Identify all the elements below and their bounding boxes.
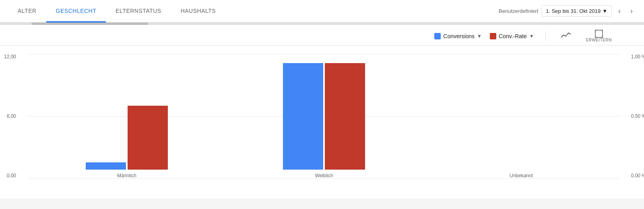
expand-button[interactable]: ERWEITERN bbox=[586, 30, 612, 42]
expand-label: ERWEITERN bbox=[586, 38, 612, 42]
next-date-arrow[interactable]: › bbox=[627, 5, 636, 17]
tab-geschlecht[interactable]: GESCHLECHT bbox=[46, 0, 106, 23]
date-range-dropdown[interactable]: 1. Sep bis 31. Okt 2019 ▼ bbox=[541, 5, 612, 17]
y-left-top: 12,00 bbox=[4, 54, 16, 59]
conversions-legend-label: Conversions bbox=[443, 33, 475, 39]
legend-conversions[interactable]: Conversions ▼ bbox=[434, 33, 482, 39]
bar-label-weiblich: Weiblich bbox=[315, 173, 333, 178]
chart-inner: 12,00 6,00 0,00 1,00 % 0,50 % 0,00 % bbox=[28, 54, 620, 178]
bars-area: Männlich Weiblich Unbekannt bbox=[28, 54, 620, 178]
grid-line-bottom bbox=[28, 178, 620, 179]
bar-maennlich-red bbox=[128, 106, 168, 170]
conv-rate-chevron-icon: ▼ bbox=[529, 33, 534, 39]
trend-line-toggle[interactable] bbox=[560, 31, 572, 41]
legend-conv-rate[interactable]: Conv.-Rate ▼ bbox=[490, 33, 534, 39]
y-left-bottom: 0,00 bbox=[7, 173, 16, 178]
chart-legend-bar: Conversions ▼ Conv.-Rate ▼ ERWEITERN bbox=[0, 25, 644, 46]
bar-weiblich-blue bbox=[283, 63, 323, 170]
bar-group-unbekannt: Unbekannt bbox=[480, 170, 562, 178]
conversions-color-swatch bbox=[434, 33, 441, 39]
bar-maennlich-blue bbox=[86, 162, 126, 170]
bar-label-unbekannt: Unbekannt bbox=[510, 173, 533, 178]
conv-rate-legend-label: Conv.-Rate bbox=[499, 33, 527, 39]
tab-haushalts[interactable]: HAUSHALTS bbox=[171, 0, 225, 23]
bar-weiblich-red bbox=[325, 63, 365, 170]
bar-group-weiblich: Weiblich bbox=[283, 63, 365, 178]
date-range-value: 1. Sep bis 31. Okt 2019 bbox=[546, 8, 601, 14]
y-right-top: 1,00 % bbox=[631, 54, 644, 59]
legend-divider bbox=[545, 31, 546, 41]
y-axis-left: 12,00 6,00 0,00 bbox=[4, 54, 16, 178]
prev-date-arrow[interactable]: ‹ bbox=[615, 5, 624, 17]
bar-pair-weiblich bbox=[283, 63, 365, 170]
bar-chart-container: 12,00 6,00 0,00 1,00 % 0,50 % 0,00 % bbox=[0, 46, 644, 199]
date-controls: Benutzerdefiniert 1. Sep bis 31. Okt 201… bbox=[499, 5, 636, 17]
y-right-bottom: 0,00 % bbox=[631, 173, 644, 178]
dropdown-chevron-icon: ▼ bbox=[602, 8, 607, 14]
svg-rect-0 bbox=[595, 30, 603, 37]
y-right-mid: 0,50 % bbox=[631, 113, 644, 119]
bar-label-maennlich: Männlich bbox=[117, 173, 136, 178]
conversions-chevron-icon: ▼ bbox=[477, 33, 482, 39]
tab-elternstatus[interactable]: ELTERNSTATUS bbox=[106, 0, 171, 23]
date-type-label: Benutzerdefiniert bbox=[499, 8, 538, 14]
chart-area: Conversions ▼ Conv.-Rate ▼ ERWEITERN bbox=[0, 25, 644, 199]
conv-rate-color-swatch bbox=[490, 33, 496, 39]
y-left-mid: 6,00 bbox=[7, 113, 16, 119]
bar-group-maennlich: Männlich bbox=[86, 106, 168, 178]
tab-alter[interactable]: ALTER bbox=[8, 0, 46, 23]
top-navigation-bar: ALTER GESCHLECHT ELTERNSTATUS HAUSHALTS … bbox=[0, 0, 644, 23]
bar-pair-maennlich bbox=[86, 106, 168, 170]
y-axis-right: 1,00 % 0,50 % 0,00 % bbox=[631, 54, 644, 178]
